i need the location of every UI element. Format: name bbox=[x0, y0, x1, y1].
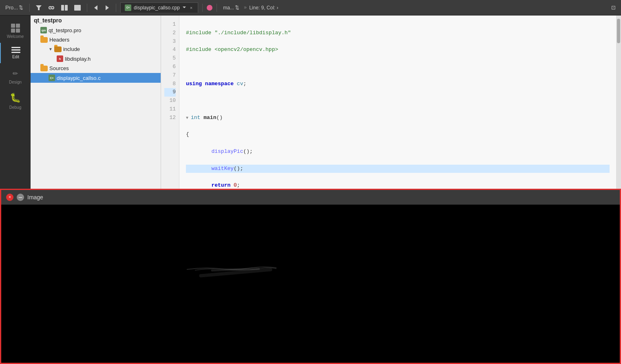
tree-root[interactable]: qt_testpro bbox=[31, 15, 161, 25]
image-titlebar: × — Image bbox=[1, 190, 620, 205]
breadcrumb-separator: » bbox=[244, 5, 247, 11]
tree-item-include-label: include bbox=[63, 46, 80, 52]
close-icon: × bbox=[9, 195, 11, 200]
sidebar-label-welcome: Welcome bbox=[7, 34, 24, 39]
back-arrow-icon bbox=[93, 5, 98, 11]
tree-item-pro-label: qt_testpro.pro bbox=[49, 27, 81, 33]
image-canvas bbox=[1, 205, 620, 363]
svg-marker-0 bbox=[36, 5, 42, 10]
sidebar-item-debug[interactable]: 🐛 Debug bbox=[0, 88, 31, 114]
window-close-btn[interactable]: × bbox=[6, 194, 13, 201]
root-label: qt_testpro bbox=[34, 17, 62, 24]
chevron-up-down-icon: ⇅ bbox=[19, 4, 23, 11]
window-minimize-btn[interactable]: — bbox=[17, 194, 24, 201]
grid-icon bbox=[11, 24, 20, 33]
separator3 bbox=[116, 4, 116, 12]
forward-arrow-icon bbox=[105, 5, 110, 11]
separator5 bbox=[217, 4, 217, 12]
svg-marker-6 bbox=[183, 7, 186, 8]
arrow-down-icon: ▼ bbox=[49, 47, 53, 51]
tree-item-include[interactable]: ▼ include bbox=[31, 44, 161, 54]
link-icon bbox=[48, 5, 55, 11]
split-view-btn[interactable] bbox=[59, 4, 70, 11]
image-window-title: Image bbox=[27, 194, 43, 201]
tree-item-displaypic-label: displaypic_callso.c bbox=[57, 75, 101, 81]
sidebar-label-debug: Debug bbox=[9, 105, 21, 110]
code-line-4: using namespace cv; bbox=[186, 80, 610, 88]
file-tab-name: displaypic_callso.cpp bbox=[134, 5, 180, 11]
context-nav-btn[interactable]: ma... ⇅ bbox=[221, 4, 241, 11]
bookmark-dot bbox=[207, 5, 212, 11]
link-icon-btn[interactable] bbox=[46, 4, 57, 11]
svg-rect-2 bbox=[65, 5, 68, 11]
tree-item-headers-label: Headers bbox=[49, 37, 69, 43]
code-line-6: ▼ int main() bbox=[186, 114, 610, 122]
sidebar-item-design[interactable]: ✏️ Design bbox=[0, 63, 31, 88]
split-view-icon bbox=[61, 5, 68, 11]
scrollbar-thumb[interactable] bbox=[617, 19, 620, 43]
separator bbox=[29, 4, 30, 12]
code-line-7: { bbox=[186, 130, 610, 139]
folder-icon-headers bbox=[40, 37, 48, 43]
pencil-icon: ✏️ bbox=[13, 67, 18, 78]
image-window: × — Image bbox=[0, 189, 621, 364]
tree-item-displaypic[interactable]: C+ displaypic_callso.c bbox=[31, 73, 161, 83]
sidebar-item-welcome[interactable]: Welcome bbox=[0, 20, 31, 43]
tree-item-libdisplay[interactable]: h libdisplay.h bbox=[31, 54, 161, 64]
edit-icon bbox=[11, 47, 20, 53]
code-line-1: #include "./include/libdisplay.h" bbox=[186, 29, 610, 38]
line-col-info: Line: 9, Col: › bbox=[249, 5, 278, 11]
code-line-3 bbox=[186, 63, 610, 71]
filter-icon bbox=[36, 5, 42, 11]
code-line-9: waitKey(); bbox=[186, 165, 610, 173]
tree-item-sources[interactable]: Sources bbox=[31, 64, 161, 73]
separator4 bbox=[202, 4, 203, 12]
pro-file-icon: qm bbox=[40, 27, 47, 33]
tree-item-headers[interactable]: Headers bbox=[31, 35, 161, 44]
nav-back-btn[interactable] bbox=[91, 4, 100, 11]
sidebar-item-edit[interactable]: Edit bbox=[0, 43, 31, 63]
expand-btn[interactable]: ⊡ bbox=[609, 4, 618, 11]
code-line-5 bbox=[186, 97, 610, 105]
svg-rect-1 bbox=[61, 5, 64, 11]
filter-icon-btn[interactable] bbox=[34, 4, 44, 11]
collapse-btn-6[interactable]: ▼ bbox=[186, 116, 191, 120]
single-view-icon bbox=[74, 5, 81, 11]
single-view-btn[interactable] bbox=[72, 4, 83, 11]
chevron-icon: ⇅ bbox=[235, 4, 239, 11]
tree-item-pro[interactable]: qm qt_testpro.pro bbox=[31, 25, 161, 35]
code-line-2: #include <opencv2/opencv.hpp> bbox=[186, 46, 610, 54]
folder-icon-include bbox=[54, 46, 62, 52]
tree-item-libdisplay-label: libdisplay.h bbox=[65, 56, 91, 62]
image-content bbox=[187, 265, 276, 273]
cpp-file-icon-tree: C+ bbox=[49, 75, 55, 81]
svg-rect-3 bbox=[74, 5, 81, 11]
bug-icon: 🐛 bbox=[10, 93, 21, 104]
file-tab[interactable]: C+ displaypic_callso.cpp × bbox=[120, 2, 198, 13]
separator2 bbox=[87, 4, 87, 12]
folder-icon-sources bbox=[40, 66, 48, 71]
tree-item-sources-label: Sources bbox=[49, 65, 69, 71]
code-line-8: displayPic(); bbox=[186, 148, 610, 156]
svg-marker-4 bbox=[94, 5, 97, 10]
sidebar-label-edit: Edit bbox=[12, 55, 19, 59]
sidebar-label-design: Design bbox=[9, 80, 22, 84]
close-tab-btn[interactable]: × bbox=[189, 5, 194, 11]
project-selector[interactable]: Pro... ⇅ bbox=[3, 4, 25, 11]
main-area: Welcome Edit ✏️ Design 🐛 Debug qt_testpr… bbox=[0, 15, 621, 364]
toolbar: Pro... ⇅ C+ displa bbox=[0, 0, 621, 15]
tab-chevron-icon bbox=[182, 5, 186, 11]
nav-forward-btn[interactable] bbox=[103, 4, 112, 11]
h-file-icon: h bbox=[57, 55, 63, 62]
cpp-file-icon: C+ bbox=[125, 4, 131, 11]
minimize-icon: — bbox=[19, 194, 22, 200]
svg-marker-5 bbox=[106, 5, 109, 10]
